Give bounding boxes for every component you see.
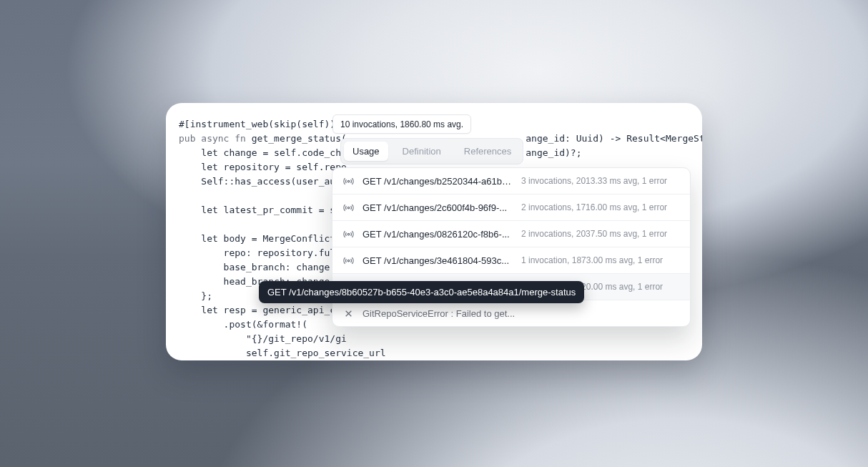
tab-usage[interactable]: Usage (344, 142, 388, 161)
kw-fn: fn (235, 133, 251, 144)
usage-row-label: GET /v1/changes/2c600f4b-96f9-... (363, 202, 513, 213)
usage-row[interactable]: GET /v1/changes/2c600f4b-96f9-... 2 invo… (332, 195, 690, 221)
usage-row-label: GET /v1/changes/8b60527b-b655... (363, 282, 513, 293)
svg-point-0 (347, 180, 350, 182)
broadcast-icon (342, 202, 354, 213)
svg-point-1 (347, 207, 350, 209)
svg-point-2 (347, 233, 350, 235)
usage-row[interactable]: GET /v1/changes/8b60527b-b655... 1 invoc… (332, 274, 690, 300)
svg-point-4 (347, 286, 350, 288)
broadcast-icon (342, 281, 354, 293)
kw-pub: pub (179, 133, 201, 144)
usage-row-stats: 2 invocations, 1716.00 ms avg, 1 error (521, 202, 680, 212)
usage-row-stats: 1 invocation, 1873.00 ms avg, 1 error (521, 255, 680, 265)
close-icon (342, 308, 354, 319)
usage-row-error[interactable]: GitRepoServiceError : Failed to get... (332, 300, 690, 326)
tab-references[interactable]: References (455, 142, 520, 161)
svg-point-3 (347, 260, 350, 262)
usage-row-label: GET /v1/changes/0826120c-f8b6-... (363, 229, 513, 240)
usage-row-stats: 2 invocations, 2037.50 ms avg, 1 error (521, 229, 680, 239)
broadcast-icon (342, 255, 354, 266)
tab-definition-label: Definition (403, 146, 441, 157)
usage-row-stats: 3 invocations, 2013.33 ms avg, 1 error (521, 176, 680, 186)
usage-row[interactable]: GET /v1/changes/0826120c-f8b6-... 2 invo… (332, 221, 690, 247)
broadcast-icon (342, 175, 354, 187)
fn-name: get_merge_status( (252, 133, 347, 144)
invocations-badge[interactable]: 10 invocations, 1860.80 ms avg. (332, 114, 471, 134)
usage-row-error-label: GitRepoServiceError : Failed to get... (363, 308, 680, 319)
usage-row[interactable]: GET /v1/changes/3e461804-593c... 1 invoc… (332, 247, 690, 274)
broadcast-icon (342, 228, 354, 240)
usage-row[interactable]: GET /v1/changes/b2520344-a61b-... 3 invo… (332, 168, 690, 195)
code-attribute: #[instrument_web(skip(self))] (179, 119, 341, 129)
kw-async: async (201, 133, 235, 144)
usage-row-label: GET /v1/changes/3e461804-593c... (363, 255, 513, 266)
invocations-badge-text: 10 invocations, 1860.80 ms avg. (340, 119, 463, 129)
usage-row-label: GET /v1/changes/b2520344-a61b-... (363, 176, 513, 187)
usage-row-stats: 1 invocation, 1820.00 ms avg, 1 error (521, 282, 680, 292)
usage-popover: GET /v1/changes/b2520344-a61b-... 3 invo… (332, 167, 691, 327)
tab-references-label: References (464, 146, 511, 157)
tab-definition[interactable]: Definition (394, 142, 450, 161)
tab-usage-label: Usage (352, 146, 380, 157)
popover-tabs: Usage Definition References (340, 138, 523, 164)
